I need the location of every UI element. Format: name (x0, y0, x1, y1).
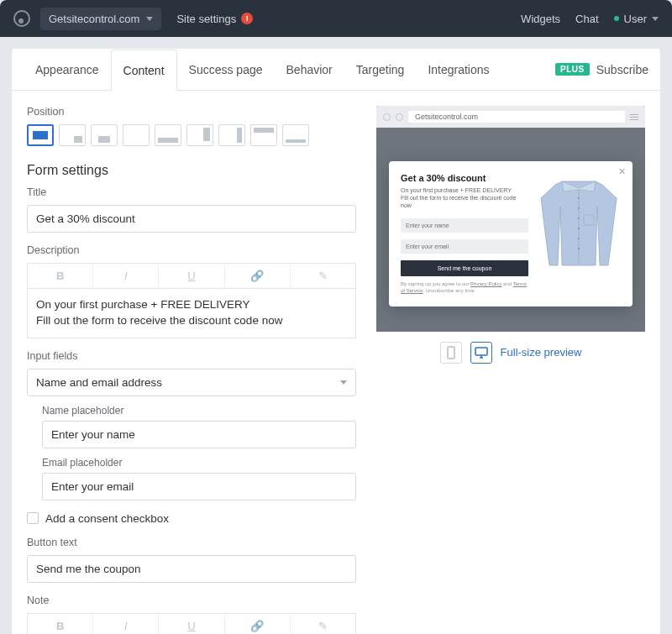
preview-name-input[interactable] (401, 218, 528, 233)
name-placeholder-input[interactable] (42, 421, 356, 448)
button-text-label: Button text (27, 537, 356, 548)
underline-button[interactable]: U (159, 264, 224, 288)
site-name: Getsitecontrol.com (49, 13, 139, 25)
underline-button[interactable]: U (159, 614, 224, 634)
position-option-bottom-strip[interactable] (155, 124, 181, 146)
position-option-bottom-bar[interactable] (282, 124, 309, 146)
preview-email-input[interactable] (401, 239, 528, 254)
button-text-input[interactable] (27, 555, 356, 583)
main-panel: Position Form settings Title Description… (12, 91, 660, 634)
email-placeholder-input[interactable] (42, 473, 356, 500)
form-settings-heading: Form settings (27, 163, 356, 178)
position-option-top-right[interactable] (186, 124, 213, 146)
browser-dot-icon (396, 113, 403, 121)
preview-popup: ✕ Get a 30% discount On your first purch… (389, 161, 633, 307)
preview-desc: On your first purchase + FREE DELIVERY F… (401, 186, 528, 209)
italic-button[interactable]: I (93, 264, 159, 288)
svg-point-5 (578, 238, 580, 239)
tab-content[interactable]: Content (111, 50, 177, 91)
description-line1: On your first purchase + FREE DELIVERY (36, 298, 249, 311)
consent-checkbox[interactable]: Add a consent checkbox (27, 512, 356, 525)
preview-submit-button[interactable]: Send me the coupon (401, 260, 528, 276)
chevron-down-icon (146, 17, 153, 21)
input-fields-select[interactable]: Name and email address (27, 369, 356, 396)
note-label: Note (27, 595, 356, 606)
position-option-bottom-right-small[interactable] (59, 124, 86, 146)
position-thumbs (27, 124, 356, 146)
tab-targeting[interactable]: Targeting (344, 50, 417, 90)
full-size-preview-link[interactable]: Full-size preview (501, 346, 582, 359)
nav-chat[interactable]: Chat (575, 13, 598, 25)
description-label: Description (27, 244, 356, 256)
left-column: Position Form settings Title Description… (27, 106, 356, 634)
subscribe-link[interactable]: Subscribe (596, 63, 648, 76)
tab-success-page[interactable]: Success page (177, 50, 275, 90)
position-option-full[interactable] (123, 124, 150, 146)
svg-point-4 (578, 228, 580, 229)
svg-point-1 (578, 197, 580, 199)
title-label: Title (27, 186, 356, 198)
logo-icon (13, 10, 30, 27)
svg-rect-8 (448, 347, 454, 359)
input-fields-value: Name and email address (36, 376, 162, 389)
preview-frame: Getsitecontrol.com ✕ Get a 30% discount … (376, 106, 645, 332)
user-menu[interactable]: User (614, 13, 659, 25)
tab-appearance[interactable]: Appearance (24, 50, 111, 90)
preview-title: Get a 30% discount (401, 173, 528, 183)
tabs-bar: Appearance Content Success page Behavior… (12, 49, 660, 91)
preview-url: Getsitecontrol.com (408, 111, 625, 123)
svg-point-2 (578, 207, 580, 209)
position-label: Position (27, 106, 356, 118)
user-label: User (624, 13, 647, 25)
site-picker[interactable]: Getsitecontrol.com (40, 8, 161, 30)
bold-button[interactable]: B (28, 264, 93, 288)
note-toolbar: B I U 🔗 ✎ (27, 613, 356, 634)
title-input[interactable] (27, 205, 356, 233)
product-image (537, 173, 621, 274)
name-placeholder-label: Name placeholder (42, 405, 356, 417)
link-button[interactable]: 🔗 (225, 264, 291, 288)
preview-browser-bar: Getsitecontrol.com (376, 106, 645, 128)
bold-button[interactable]: B (28, 614, 93, 634)
nav-widgets[interactable]: Widgets (521, 13, 560, 25)
italic-button[interactable]: I (93, 614, 159, 634)
consent-label: Add a consent checkbox (45, 512, 169, 525)
top-bar: Getsitecontrol.com Site settings ! Widge… (0, 0, 672, 37)
status-dot-icon (614, 16, 619, 21)
desktop-preview-button[interactable] (470, 342, 492, 364)
chevron-down-icon (340, 380, 347, 385)
svg-rect-9 (475, 348, 487, 355)
preview-stage: ✕ Get a 30% discount On your first purch… (376, 128, 645, 332)
tab-behavior[interactable]: Behavior (275, 50, 344, 90)
chevron-down-icon (652, 17, 659, 21)
preview-controls: Full-size preview (376, 342, 645, 364)
browser-dot-icon (383, 113, 391, 121)
position-option-right-strip[interactable] (218, 124, 245, 146)
preview-note: By signing up you agree to our Privacy P… (401, 281, 528, 295)
position-option-top-strip[interactable] (250, 124, 277, 146)
hamburger-icon (630, 114, 638, 120)
checkbox-icon (27, 512, 39, 524)
right-column: Getsitecontrol.com ✕ Get a 30% discount … (376, 106, 645, 634)
description-input[interactable]: On your first purchase + FREE DELIVERY F… (27, 288, 356, 338)
edit-button[interactable]: ✎ (291, 264, 355, 288)
email-placeholder-label: Email placeholder (42, 457, 356, 469)
description-line2: Fill out the form to receive the discoun… (36, 314, 282, 327)
tab-integrations[interactable]: Integrations (416, 50, 501, 90)
mobile-preview-button[interactable] (440, 342, 462, 364)
link-button[interactable]: 🔗 (225, 614, 291, 634)
description-toolbar: B I U 🔗 ✎ (27, 263, 356, 288)
svg-point-3 (578, 217, 580, 219)
plus-badge: PLUS (555, 63, 590, 76)
position-option-center[interactable] (27, 124, 54, 146)
site-settings-label: Site settings (176, 13, 236, 25)
site-settings-link[interactable]: Site settings ! (176, 13, 253, 25)
alert-icon: ! (241, 13, 253, 24)
input-fields-label: Input fields (27, 350, 356, 362)
edit-button[interactable]: ✎ (291, 614, 355, 634)
position-option-bottom-center[interactable] (91, 124, 118, 146)
svg-point-6 (578, 248, 580, 249)
